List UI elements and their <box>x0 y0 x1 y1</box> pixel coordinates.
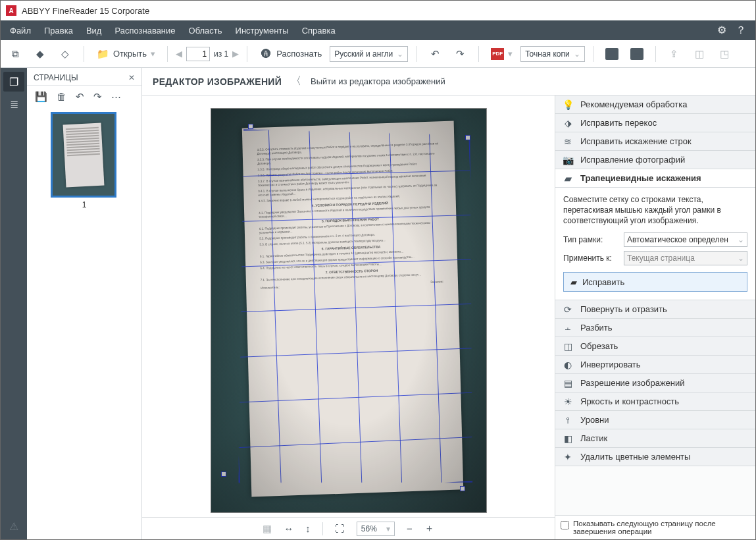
trapezoid-icon: ▰ <box>570 277 577 287</box>
document-image[interactable]: 3.3.2. Оплатить стоимость Изделий и полу… <box>211 108 487 513</box>
menu-instruments[interactable]: Инструменты <box>229 22 295 40</box>
fullscreen-icon[interactable]: ⛶ <box>335 523 345 534</box>
send-button[interactable]: ⇪ <box>664 45 685 63</box>
zoom-in-icon[interactable]: ＋ <box>424 522 434 535</box>
page-prev-icon[interactable]: ◀ <box>176 49 182 59</box>
menu-file[interactable]: Файл <box>3 22 38 40</box>
thumbnail-number: 1 <box>51 200 118 209</box>
apply-to-label: Применить к: <box>563 254 618 263</box>
canvas-area[interactable]: 3.3.2. Оплатить стоимость Изделий и полу… <box>142 95 555 517</box>
grid-handle-tl[interactable] <box>248 124 253 129</box>
show-next-label: Показывать следующую страницу после заве… <box>573 520 750 535</box>
lightbulb-icon: 💡 <box>562 99 574 111</box>
perspective-grid[interactable] <box>226 124 482 494</box>
grid-handle-br[interactable] <box>460 486 465 491</box>
menu-view[interactable]: Вид <box>80 22 109 40</box>
help-icon[interactable]: ？ <box>736 24 746 38</box>
rotate-cw-icon[interactable]: ↷ <box>93 91 102 103</box>
open-button[interactable]: 📁 Открыть ▾ <box>92 45 159 63</box>
titlebar: A ABBYY FineReader 15 Corporate <box>1 1 755 20</box>
brightness-icon: ☀ <box>562 396 574 408</box>
tool-deskew[interactable]: ⬗Исправить перекос <box>555 114 755 132</box>
tool-recommended[interactable]: 💡Рекомендуемая обработка <box>555 95 755 114</box>
left-strip: ❐ ≣ ⚠ <box>1 68 27 539</box>
extra-button[interactable]: ◳ <box>714 45 735 63</box>
save-mode-value: Точная копи <box>525 49 569 59</box>
stack-up-button[interactable]: ◇ <box>55 45 76 63</box>
tool-rotate-flip[interactable]: ⟳Повернуть и отразить <box>555 300 755 319</box>
menubar: Файл Правка Вид Распознавание Область Ин… <box>1 20 755 40</box>
page-next-icon[interactable]: ▶ <box>232 49 239 59</box>
tool-resolution[interactable]: ▤Разрешение изображений <box>555 374 755 392</box>
area-button[interactable]: ◫ <box>689 45 710 63</box>
apply-correction-button[interactable]: ▰ Исправить <box>563 272 747 292</box>
redo-button[interactable]: ↷ <box>449 45 470 63</box>
tool-eraser[interactable]: ◧Ластик <box>555 429 755 448</box>
tool-trapezoid[interactable]: ▰Трапециевидные искажения <box>555 169 755 188</box>
tool-split[interactable]: ⫠Разбить <box>555 319 755 337</box>
zoom-value: 56% <box>361 524 377 533</box>
menu-edit[interactable]: Правка <box>38 22 80 40</box>
tool-brightness[interactable]: ☀Яркость и контрастность <box>555 392 755 411</box>
view-image-button[interactable]: ▤ <box>601 45 622 63</box>
tool-photo-correct[interactable]: 📷Исправление фотографий <box>555 151 755 169</box>
layers-down-icon: ◆ <box>34 48 47 60</box>
show-next-checkbox[interactable] <box>561 521 569 529</box>
trapezoid-description: Совместите сетку со строками текста, пер… <box>563 194 747 226</box>
new-task-button[interactable]: ⧉ <box>5 45 26 63</box>
zoom-select[interactable]: 56% ▾ <box>357 522 395 536</box>
eraser-icon: ◧ <box>562 433 574 445</box>
grid-handle-tr[interactable] <box>465 135 470 140</box>
text-view-icon: ≡ <box>630 48 643 60</box>
settings-icon[interactable]: ⚙ <box>717 24 726 38</box>
lines-icon: ≋ <box>562 136 574 148</box>
close-pages-icon[interactable]: ✕ <box>128 73 135 82</box>
chevron-down-icon: ⌄ <box>397 49 403 59</box>
tool-line-straighten[interactable]: ≋Исправить искажение строк <box>555 132 755 151</box>
rotate-ccw-icon[interactable]: ↶ <box>76 91 84 103</box>
grid-handle-bl[interactable] <box>221 472 226 477</box>
levels-icon: ⫯ <box>562 414 574 426</box>
send-icon: ⇪ <box>668 48 681 60</box>
page-thumbnail-1[interactable] <box>51 112 116 198</box>
back-icon[interactable]: 〈 <box>291 74 301 88</box>
save-pdf-button[interactable]: PDF ▾ <box>487 45 517 63</box>
tool-invert[interactable]: ◐Инвертировать <box>555 356 755 374</box>
language-select[interactable]: Русский и англи ⌄ <box>330 46 408 62</box>
exit-editor-link[interactable]: Выйти из редактора изображений <box>311 76 445 86</box>
chevron-down-icon: ▾ <box>386 524 390 533</box>
pages-panel: СТРАНИЦЫ ✕ 💾 🗑 ↶ ↷ ⋯ 1 <box>27 68 142 539</box>
menu-area[interactable]: Область <box>182 22 229 40</box>
more-icon[interactable]: ⋯ <box>111 91 121 103</box>
warning-icon[interactable]: ⚠ <box>9 520 18 533</box>
view-text-button[interactable]: ≡ <box>626 45 647 63</box>
menu-recognition[interactable]: Распознавание <box>108 22 182 40</box>
resolution-icon: ▤ <box>562 377 574 389</box>
chevron-down-icon: ▾ <box>151 49 155 59</box>
tool-levels[interactable]: ⫯Уровни <box>555 411 755 429</box>
fit-height-icon[interactable]: ↕ <box>305 523 311 534</box>
tool-remove-color[interactable]: ✦Удалить цветные элементы <box>555 448 755 466</box>
tool-crop[interactable]: ◫Обрезать <box>555 337 755 356</box>
delete-page-icon[interactable]: 🗑 <box>57 91 66 103</box>
fit-thumbs-icon[interactable]: ▦ <box>263 523 272 535</box>
fit-width-icon[interactable]: ↔ <box>284 523 293 534</box>
zoom-out-icon[interactable]: − <box>407 523 413 534</box>
rotate-icon: ⟳ <box>562 304 574 315</box>
undo-button[interactable]: ↶ <box>424 45 445 63</box>
pdf-icon: PDF <box>491 48 504 60</box>
extra-icon: ◳ <box>718 48 731 60</box>
save-mode-select[interactable]: Точная копи ⌄ <box>520 46 584 62</box>
menu-help[interactable]: Справка <box>295 22 342 40</box>
trapezoid-settings: Совместите сетку со строками текста, пер… <box>555 188 755 300</box>
save-page-icon[interactable]: 💾 <box>35 91 47 103</box>
page-number-input[interactable] <box>186 47 210 61</box>
apply-to-select: Текущая страница⌄ <box>624 251 747 265</box>
chevron-down-icon: ⌄ <box>738 254 744 263</box>
frame-type-select[interactable]: Автоматическое определен⌄ <box>624 232 747 247</box>
bookmarks-tab-icon[interactable]: ≣ <box>3 94 24 114</box>
pages-tab-icon[interactable]: ❐ <box>3 72 24 92</box>
page-of-label: из 1 <box>214 49 228 59</box>
stack-down-button[interactable]: ◆ <box>30 45 51 63</box>
recognize-button[interactable]: 🅐 Распознать <box>255 45 326 63</box>
